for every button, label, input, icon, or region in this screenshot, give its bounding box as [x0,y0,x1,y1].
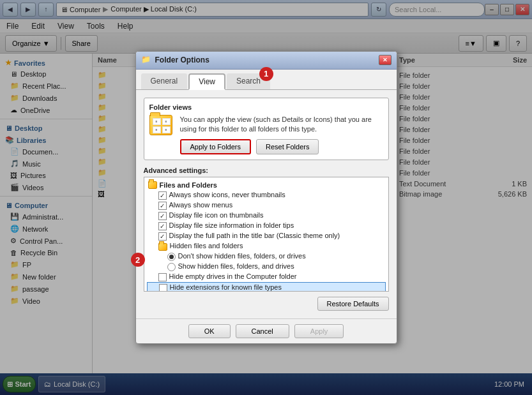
setting-file-size-info[interactable]: Display file size information in folder … [147,221,386,231]
full-path-title-label: Display the full path in the title bar (… [169,232,340,239]
dialog-window-controls: ✕ [379,55,391,65]
hidden-files-label: Hidden files and folders [170,242,243,250]
dialog-close-button[interactable]: ✕ [379,55,391,65]
cancel-button[interactable]: Cancel [236,324,289,338]
tab-view[interactable]: View [188,73,225,90]
file-icon-thumbnails-label: Display file icon on thumbnails [169,211,264,219]
folder-views-description: You can apply the view (such as Details … [180,115,383,135]
checkbox-file-size-info[interactable] [158,222,167,230]
setting-always-show-menus[interactable]: Always show menus [147,200,386,211]
setting-file-icon-thumbnails[interactable]: Display file icon on thumbnails [147,211,386,221]
ok-button[interactable]: OK [188,324,231,338]
checkbox-always-show-menus[interactable] [158,202,167,210]
setting-full-path-title[interactable]: Display the full path in the title bar (… [147,231,386,241]
always-show-icons-label: Always show icons, never thumbnails [169,191,285,198]
folder-views-content: ≡ ≡ ≡ ≡ You can apply the view (such as … [149,115,383,155]
checkbox-file-icon-thumbnails[interactable] [158,212,167,220]
grid-cell: ≡ [153,118,161,125]
radio-dont-show-hidden[interactable] [167,253,176,261]
hide-extensions-label: Hide extensions for known file types [170,283,282,291]
grid-cell: ≡ [162,126,171,133]
grid-cell: ≡ [153,126,161,133]
restore-defaults-button[interactable]: Restore Defaults [317,297,389,311]
folder-preview-image: ≡ ≡ ≡ ≡ [149,115,172,135]
show-hidden-label: Show hidden files, folders, and drives [178,262,294,270]
always-show-menus-label: Always show menus [169,201,233,209]
setting-hide-empty-drives[interactable]: Hide empty drives in the Computer folder [147,272,386,282]
setting-show-hidden[interactable]: Show hidden files, folders, and drives [147,262,386,272]
dialog-folder-icon: 📁 [141,55,151,65]
folder-views-title: Folder views [149,103,383,111]
hide-empty-drives-label: Hide empty drives in the Computer folder [169,272,297,280]
explorer-window: ◀ ▶ ↑ 🖥 Computer ▶ Computer ▶ Local Disk… [0,0,532,395]
settings-list[interactable]: Files and Folders Always show icons, nev… [144,177,389,292]
grid-cell: ≡ [162,118,171,125]
setting-always-show-icons[interactable]: Always show icons, never thumbnails [147,190,386,200]
checkbox-always-show-icons[interactable] [158,191,167,200]
radio-show-hidden[interactable] [167,263,176,271]
files-folders-group: Files and Folders [147,180,386,190]
dialog-overlay: 📁 Folder Options ✕ General View Search F… [0,0,532,395]
checkbox-hide-empty-drives[interactable] [158,273,167,281]
files-folders-label: Files and Folders [160,181,217,189]
checkbox-full-path-title[interactable] [158,232,167,241]
dont-show-hidden-label: Don't show hidden files, folders, or dri… [178,252,306,260]
dialog-footer: OK Cancel Apply [136,318,397,343]
folder-preview: ≡ ≡ ≡ ≡ [149,115,175,138]
apply-to-folders-button[interactable]: Apply to Folders [180,139,251,154]
setting-dont-show-hidden[interactable]: Don't show hidden files, folders, or dri… [147,251,386,262]
hidden-files-group: Hidden files and folders [147,241,386,251]
folder-views-buttons: Apply to Folders Reset Folders [180,139,383,154]
file-size-info-label: Display file size information in folder … [169,221,294,229]
dialog-title: Folder Options [155,56,379,64]
folder-grid: ≡ ≡ ≡ ≡ [153,118,171,133]
folder-views-text-block: You can apply the view (such as Details … [180,115,383,155]
folder-options-dialog: 📁 Folder Options ✕ General View Search F… [135,51,397,345]
advanced-title: Advanced settings: [144,167,389,174]
checkbox-hide-extensions[interactable] [159,284,167,292]
reset-folders-button[interactable]: Reset Folders [256,139,319,154]
dialog-body: Folder views ≡ ≡ ≡ ≡ [136,90,397,319]
apply-button[interactable]: Apply [294,324,344,338]
folder-views-section: Folder views ≡ ≡ ≡ ≡ [144,98,389,161]
annotation-circle-1: 1 [259,67,273,81]
setting-hide-extensions[interactable]: Hide extensions for known file types [147,282,386,292]
tab-general[interactable]: General [141,73,188,89]
annotation-circle-2: 2 [131,253,145,267]
files-folders-icon [148,181,157,189]
hidden-files-icon [158,243,167,251]
